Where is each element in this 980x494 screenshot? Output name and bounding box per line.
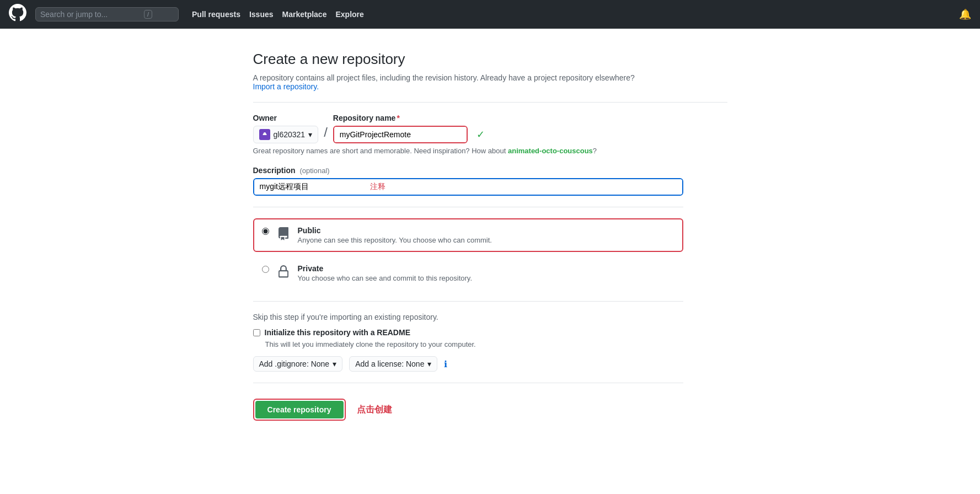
repo-name-input-wrap: [333, 126, 468, 143]
public-option[interactable]: Public Anyone can see this repository. Y…: [253, 218, 683, 252]
repo-name-input[interactable]: [334, 127, 467, 142]
optional-marker: (optional): [299, 167, 329, 175]
description-input-right[interactable]: [365, 179, 682, 195]
github-logo[interactable]: [9, 4, 26, 25]
page-subtitle: A repository contains all project files,…: [253, 73, 727, 91]
owner-dropdown-icon: ▾: [308, 130, 312, 139]
private-radio[interactable]: [262, 266, 269, 273]
info-icon[interactable]: ℹ: [444, 359, 447, 369]
owner-label: Owner: [253, 114, 319, 122]
create-repository-button[interactable]: Create repository: [255, 401, 344, 418]
private-option-text: Private You choose who can see and commi…: [298, 264, 473, 282]
dropdown-row: Add .gitignore: None ▾ Add a license: No…: [253, 356, 683, 372]
public-label: Public: [298, 226, 492, 235]
gitignore-chevron-icon: ▾: [333, 359, 336, 368]
main-content: Create a new repository A repository con…: [242, 29, 738, 465]
create-annotation: 点击创建: [357, 404, 392, 416]
description-input-wrap: [253, 178, 683, 196]
repo-suggestion-link[interactable]: animated-octo-couscous: [508, 147, 593, 155]
nav-explore[interactable]: Explore: [335, 10, 363, 19]
required-marker: *: [397, 114, 399, 122]
nav-marketplace[interactable]: Marketplace: [282, 10, 327, 19]
owner-name: gl620321: [274, 130, 306, 139]
gitignore-dropdown[interactable]: Add .gitignore: None ▾: [253, 356, 343, 372]
svg-point-1: [263, 132, 265, 135]
license-chevron-icon: ▾: [427, 359, 431, 368]
search-bar[interactable]: /: [35, 7, 179, 22]
repo-name-label: Repository name*: [333, 114, 489, 122]
navbar: / Pull requests Issues Marketplace Explo…: [0, 0, 980, 29]
public-repo-icon: [276, 226, 291, 241]
nav-links: Pull requests Issues Marketplace Explore: [192, 10, 364, 19]
nav-pull-requests[interactable]: Pull requests: [192, 10, 240, 19]
license-dropdown[interactable]: Add a license: None ▾: [349, 356, 437, 372]
private-option[interactable]: Private You choose who can see and commi…: [253, 256, 683, 290]
description-field-group: Description (optional): [253, 166, 683, 196]
license-label: Add a license: None: [355, 359, 424, 368]
form-divider-2: [253, 301, 683, 302]
private-repo-icon: [276, 264, 291, 280]
visibility-section: Public Anyone can see this repository. Y…: [253, 218, 683, 290]
private-description: You choose who can see and commit to thi…: [298, 274, 473, 282]
public-description: Anyone can see this repository. You choo…: [298, 236, 492, 244]
nav-issues[interactable]: Issues: [249, 10, 274, 19]
section-divider: [253, 102, 727, 103]
create-repo-form: Owner gl620321 ▾ / Repository name*: [253, 114, 683, 421]
private-label: Private: [298, 264, 473, 273]
skip-text: Skip this step if you're importing an ex…: [253, 313, 683, 321]
owner-select[interactable]: gl620321 ▾: [253, 126, 319, 143]
repo-name-hint: Great repository names are short and mem…: [253, 147, 683, 155]
owner-repo-separator: /: [324, 125, 328, 143]
readme-checkbox[interactable]: [253, 329, 260, 336]
readme-label: Initialize this repository with a README: [265, 328, 410, 337]
create-btn-wrap: Create repository: [253, 399, 346, 421]
create-section: Create repository 点击创建: [253, 399, 683, 421]
navbar-right: 🔔: [959, 8, 971, 20]
owner-field-group: Owner gl620321 ▾: [253, 114, 319, 143]
notification-bell-icon[interactable]: 🔔: [959, 8, 971, 20]
gitignore-label: Add .gitignore: None: [259, 359, 330, 368]
owner-repo-row: Owner gl620321 ▾ / Repository name*: [253, 114, 683, 143]
initialize-section: Skip this step if you're importing an ex…: [253, 313, 683, 372]
form-divider-1: [253, 207, 683, 207]
readme-hint: This will let you immediately clone the …: [265, 340, 683, 348]
description-input-left[interactable]: [254, 179, 365, 195]
import-link[interactable]: Import a repository.: [253, 82, 319, 91]
page-title: Create a new repository: [253, 51, 727, 68]
public-option-text: Public Anyone can see this repository. Y…: [298, 226, 492, 244]
search-shortcut: /: [144, 10, 152, 19]
subtitle-text: A repository contains all project files,…: [253, 73, 635, 82]
owner-avatar: [259, 129, 270, 140]
form-divider-3: [253, 383, 683, 383]
readme-row: Initialize this repository with a README: [253, 328, 683, 337]
repo-name-valid-icon: ✓: [472, 128, 489, 141]
public-radio[interactable]: [262, 228, 269, 235]
description-label: Description (optional): [253, 166, 683, 175]
search-input[interactable]: [40, 10, 140, 19]
repo-name-field-group: Repository name* ✓: [333, 114, 489, 143]
